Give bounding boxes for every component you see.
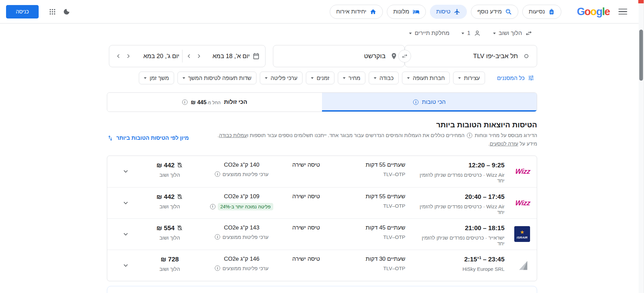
swap-horizontal-icon <box>525 30 532 37</box>
chevron-down-icon <box>183 77 185 79</box>
chip-label: ערכי פליטה <box>271 75 297 81</box>
trip-options-row: הלוך ושוב 1 מחלקת תיירים <box>107 30 537 37</box>
cabin-class-value: מחלקת תיירים <box>415 30 449 37</box>
plus-days: +1 <box>477 256 481 260</box>
flight-row[interactable]: 23:45 – 2:15+1 HiSky Europe SRL שעתיים 3… <box>107 250 537 281</box>
flight-row[interactable]: Wizz 9:25 – 12:20 Wizz Air · כרטיסים נפר… <box>107 156 537 187</box>
tab-best[interactable]: הכי טובות <box>322 93 537 112</box>
filter-chip-airlines[interactable]: חברות תעופה <box>402 72 450 84</box>
origin-field[interactable]: תל אביב-יפו TLV <box>405 45 537 67</box>
cabin-class-selector[interactable]: מחלקת תיירים <box>409 30 449 37</box>
flight-route: TLV–OTP <box>339 265 405 271</box>
arrive-time: 12:20 <box>469 162 485 169</box>
google-apps-button[interactable] <box>47 7 57 17</box>
airline-info-text: Wizz Air · כרטיסים נפרדים שניתן להזמין י… <box>413 204 505 215</box>
apps-grid-icon <box>49 8 56 15</box>
low-emissions-badge: פליטה נמוכה יותר ב-24% <box>218 203 274 210</box>
trip-type-selector[interactable]: הלוך ושוב <box>493 30 532 37</box>
israir-logo-text: ISRAIR <box>517 236 527 239</box>
chevron-down-icon <box>311 77 314 79</box>
flight-row[interactable]: ISRAIR 18:15 – 21:00 ישראייר · כרטיסים נ… <box>107 218 537 250</box>
price-value: 728 ₪ <box>161 256 179 263</box>
info-icon[interactable] <box>215 234 220 240</box>
filter-chip-stops[interactable]: עצירות <box>453 72 485 84</box>
nav-pill-label: מידע נוסף <box>477 8 502 15</box>
depart-time: 17:45 <box>488 193 505 201</box>
search-row: תל אביב-יפו TLV בוקרשט יום א', 18 במא <box>107 45 537 67</box>
flight-times: 18:15 – 21:00 <box>413 224 505 232</box>
destination-field[interactable]: בוקרשט <box>273 45 405 67</box>
airline-info-text: HiSky Europe SRL <box>462 266 505 272</box>
price-line: 442 ₪ <box>137 193 202 201</box>
airline-info: HiSky Europe SRL <box>413 266 505 272</box>
wizz-air-logo: Wizz <box>515 199 531 207</box>
expand-flight-button[interactable] <box>118 258 133 273</box>
arrive-time: 2:15+1 <box>464 256 481 263</box>
filter-chip-duration[interactable]: משך זמן <box>139 72 174 84</box>
info-icon[interactable] <box>215 265 220 271</box>
filter-chip-price[interactable]: מחיר <box>338 72 365 84</box>
depart-date-prev-button[interactable] <box>195 52 203 60</box>
nav-pill-vacation-rentals[interactable]: יחידות אירוח <box>330 5 383 19</box>
info-icon[interactable] <box>413 99 418 105</box>
google-logo[interactable]: Google <box>577 6 610 18</box>
all-filters-button[interactable]: כל המסננים <box>494 75 537 81</box>
depart-time: 23:45 <box>488 256 505 263</box>
return-date-next-button[interactable] <box>115 52 123 60</box>
flight-times: 17:45 – 20:40 <box>413 193 505 201</box>
airline-info: Wizz Air · כרטיסים נפרדים שניתן להזמין י… <box>413 204 505 215</box>
emissions-value: 140 ק"ג CO2e <box>202 162 281 168</box>
destination-value: בוקרשט <box>364 52 386 60</box>
return-date-value[interactable]: יום ג', 20 במא <box>133 53 179 60</box>
sort-button[interactable]: מיון לפי הטיסות הטובות ביותר <box>107 135 189 141</box>
calendar-icon <box>252 52 260 60</box>
depart-date-value[interactable]: יום א', 18 במא <box>204 53 250 60</box>
sort-label: מיון לפי הטיסות הטובות ביותר <box>116 135 189 141</box>
scrollbar-thumb[interactable] <box>639 30 643 81</box>
expand-flight-button[interactable] <box>118 195 133 211</box>
depart-time: 18:15 <box>488 224 505 232</box>
flight-duration: שעתיים 55 דקות <box>339 162 405 168</box>
expand-flight-button[interactable] <box>118 226 133 242</box>
next-section-partial <box>107 286 537 293</box>
chevron-down-icon <box>374 77 376 79</box>
main-content: הלוך ושוב 1 מחלקת תיירים תל אביב-יפו TLV <box>107 30 537 293</box>
hamburger-menu-button[interactable] <box>618 9 627 15</box>
chip-label: כבודה <box>379 75 394 81</box>
airplane-icon <box>454 8 460 15</box>
info-icon[interactable] <box>467 133 472 138</box>
nav-pill-hotels[interactable]: מלונות <box>387 5 426 19</box>
price-trip-type: הלוך ושוב <box>137 172 202 178</box>
info-icon[interactable] <box>215 171 220 177</box>
depart-date-next-button[interactable] <box>185 52 193 60</box>
dates-field: יום א', 18 במא יום ג', 20 במא <box>109 45 266 67</box>
baggage-fees-link[interactable]: עמלות כבודה <box>219 132 247 138</box>
swap-locations-button[interactable] <box>398 50 411 62</box>
tab-cheapest[interactable]: הכי זולות החל מ-445 ₪ <box>107 93 322 112</box>
stops-info: טיסה ישירה <box>281 224 331 231</box>
price-trip-type: הלוך ושוב <box>137 235 202 241</box>
expand-flight-button[interactable] <box>118 164 133 179</box>
arrive-time: 20:40 <box>465 193 481 201</box>
filter-chip-bags[interactable]: כבודה <box>369 72 399 84</box>
time-separator: – <box>483 193 487 201</box>
flight-row[interactable]: Wizz 17:45 – 20:40 Wizz Air · כרטיסים נפ… <box>107 187 537 218</box>
nav-pill-label: טיסות <box>436 8 450 15</box>
info-icon[interactable] <box>182 99 188 105</box>
nav-pill-explore[interactable]: מידע נוסף <box>471 5 518 19</box>
filter-chip-emissions[interactable]: ערכי פליטה <box>260 72 303 84</box>
return-date-prev-button[interactable] <box>124 52 132 60</box>
passenger-help-link[interactable]: עזרה לנוסעים <box>490 141 518 146</box>
scrollbar[interactable] <box>639 0 644 293</box>
location-pin-icon <box>390 52 398 60</box>
wizz-air-logo: Wizz <box>515 167 531 175</box>
filter-chip-times[interactable]: זמנים <box>306 72 334 84</box>
stops-info: טיסה ישירה <box>281 256 331 262</box>
nav-pill-travel[interactable]: נסיעות <box>522 5 561 19</box>
info-icon[interactable] <box>210 204 215 209</box>
dark-mode-toggle[interactable] <box>62 7 72 17</box>
passengers-selector[interactable]: 1 <box>461 30 481 37</box>
filter-chip-connecting-airports[interactable]: שדות תעופה לטיסות המשך <box>177 72 257 84</box>
sign-in-button[interactable]: כניסה <box>6 5 39 18</box>
nav-pill-flights[interactable]: טיסות <box>430 5 467 19</box>
